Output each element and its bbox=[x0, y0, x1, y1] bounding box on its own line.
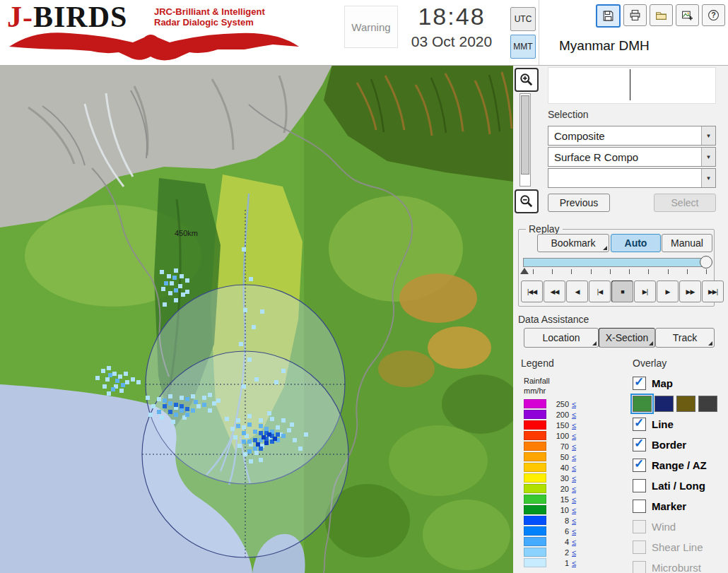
legend-value: 6 bbox=[551, 527, 569, 536]
legend-lte-link[interactable]: ≤ bbox=[572, 516, 576, 525]
border-checkbox[interactable] bbox=[633, 438, 646, 451]
replay-timeline-slider[interactable] bbox=[523, 258, 710, 267]
category-dropdown-value: Composite bbox=[548, 130, 701, 142]
line-checkbox[interactable] bbox=[633, 418, 646, 431]
legend-lte-link[interactable]: ≤ bbox=[572, 442, 576, 451]
skip-to-first-button[interactable]: |◀◀ bbox=[521, 280, 543, 302]
legend-lte-link[interactable]: ≤ bbox=[572, 495, 576, 504]
map-style-navy[interactable] bbox=[654, 396, 674, 412]
legend-lte-link[interactable]: ≤ bbox=[572, 527, 576, 536]
step-forward-button[interactable]: ▶| bbox=[634, 280, 656, 302]
manual-button[interactable]: Manual bbox=[662, 234, 712, 252]
legend-color-swatch bbox=[524, 537, 546, 546]
legend-row: 15≤ bbox=[524, 494, 576, 504]
play-button[interactable]: ▶ bbox=[657, 280, 679, 302]
legend-row: 30≤ bbox=[524, 473, 576, 483]
zoom-out-button[interactable] bbox=[515, 189, 539, 213]
legend-row: 250≤ bbox=[524, 398, 576, 409]
legend-row: 10≤ bbox=[524, 504, 576, 515]
utc-button[interactable]: UTC bbox=[510, 7, 536, 31]
mmt-button[interactable]: MMT bbox=[510, 35, 536, 59]
overlay-item-marker[interactable]: Marker bbox=[633, 496, 724, 516]
chevron-down-icon[interactable]: ▼ bbox=[701, 169, 715, 187]
app-title: J-BIRDS bbox=[7, 0, 127, 34]
auto-button[interactable]: Auto bbox=[611, 234, 661, 252]
location-button[interactable]: Location bbox=[524, 328, 599, 348]
timezone-switch: UTC MMT bbox=[510, 7, 536, 62]
map-style-terrain[interactable] bbox=[633, 396, 652, 412]
legend-value: 250 bbox=[551, 400, 569, 408]
legend-lte-link[interactable]: ≤ bbox=[572, 410, 576, 419]
help-button[interactable]: ? bbox=[702, 4, 725, 26]
legend-color-swatch bbox=[524, 420, 546, 430]
data-assistance-label: Data Assistance bbox=[518, 314, 589, 325]
legend-lte-link[interactable]: ≤ bbox=[572, 538, 576, 546]
fast-rewind-button[interactable]: ◀◀ bbox=[544, 280, 565, 302]
map-checkbox[interactable] bbox=[633, 377, 646, 390]
zoom-slider-thumb[interactable] bbox=[521, 95, 529, 175]
selection-label: Selection bbox=[548, 109, 589, 120]
product-dropdown-value: Surface R Compo bbox=[548, 151, 701, 163]
warning-indicator[interactable]: Warning bbox=[344, 6, 398, 48]
legend-row: 8≤ bbox=[524, 515, 576, 526]
radar-map[interactable]: 450km bbox=[0, 65, 513, 573]
legend-lte-link[interactable]: ≤ bbox=[572, 506, 576, 514]
timeline-start-marker bbox=[520, 268, 529, 274]
legend-color-swatch bbox=[524, 484, 546, 493]
legend-color-swatch bbox=[524, 452, 546, 461]
select-button[interactable]: Select bbox=[654, 194, 716, 212]
map-style-dark[interactable] bbox=[698, 396, 717, 412]
export-image-button[interactable] bbox=[676, 4, 699, 26]
previous-button[interactable]: Previous bbox=[548, 194, 610, 212]
legend-lte-link[interactable]: ≤ bbox=[572, 485, 576, 493]
legend-lte-link[interactable]: ≤ bbox=[572, 453, 576, 461]
track-button[interactable]: Track bbox=[655, 328, 715, 348]
bookmark-button[interactable]: Bookmark bbox=[537, 234, 609, 252]
overlay-item-shear-line: Shear Line bbox=[633, 537, 724, 557]
clock-time: 18:48 bbox=[398, 3, 505, 30]
category-dropdown[interactable]: Composite ▼ bbox=[548, 126, 716, 146]
overlay-item-lati-long[interactable]: Lati / Long bbox=[633, 475, 724, 496]
clock-date: 03 Oct 2020 bbox=[398, 33, 505, 50]
legend-color-swatch bbox=[524, 431, 546, 440]
overlay-item-range-az[interactable]: Range / AZ bbox=[633, 455, 724, 475]
product-dropdown[interactable]: Surface R Compo ▼ bbox=[548, 147, 716, 167]
chevron-down-icon[interactable]: ▼ bbox=[701, 126, 715, 145]
range-az-checkbox[interactable] bbox=[633, 459, 646, 472]
fast-forward-button[interactable]: ▶▶ bbox=[679, 280, 701, 302]
print-button[interactable] bbox=[623, 4, 647, 26]
legend-lte-link[interactable]: ≤ bbox=[572, 400, 576, 408]
zoom-in-button[interactable] bbox=[515, 68, 539, 92]
xsection-button[interactable]: X-Section bbox=[599, 328, 655, 348]
overlay-list: Map Line Border Range / AZ Lati / Long M… bbox=[633, 373, 724, 573]
zoom-slider-track[interactable] bbox=[519, 93, 531, 187]
overlay-item-border[interactable]: Border bbox=[633, 435, 724, 455]
skip-to-last-button[interactable]: ▶▶| bbox=[702, 280, 724, 302]
legend-lte-link[interactable]: ≤ bbox=[572, 548, 576, 557]
stop-button[interactable]: ■ bbox=[611, 280, 633, 302]
legend-color-swatch bbox=[524, 505, 546, 514]
step-back-button[interactable]: |◀ bbox=[589, 280, 611, 302]
marker-checkbox[interactable] bbox=[633, 500, 646, 513]
legend-row: 40≤ bbox=[524, 462, 576, 473]
legend-lte-link[interactable]: ≤ bbox=[572, 463, 576, 472]
open-folder-button[interactable] bbox=[650, 4, 673, 26]
legend-value: 50 bbox=[551, 453, 569, 461]
save-button[interactable] bbox=[596, 4, 621, 28]
legend-lte-link[interactable]: ≤ bbox=[572, 559, 576, 567]
product-list-box[interactable] bbox=[548, 67, 716, 104]
legend-lte-link[interactable]: ≤ bbox=[572, 474, 576, 483]
chevron-down-icon[interactable]: ▼ bbox=[701, 148, 715, 166]
list-divider bbox=[630, 69, 630, 100]
overlay-item-line[interactable]: Line bbox=[633, 414, 724, 435]
timeline-ticks bbox=[533, 269, 707, 274]
legend-color-swatch bbox=[524, 495, 546, 504]
play-backward-button[interactable]: ◀ bbox=[566, 280, 588, 302]
legend-lte-link[interactable]: ≤ bbox=[572, 421, 576, 430]
map-style-olive[interactable] bbox=[676, 396, 695, 412]
option-dropdown[interactable]: ▼ bbox=[548, 168, 716, 188]
lati-long-checkbox[interactable] bbox=[633, 479, 646, 492]
overlay-item-map[interactable]: Map bbox=[633, 373, 724, 394]
legend-lte-link[interactable]: ≤ bbox=[572, 432, 576, 440]
timeline-thumb[interactable] bbox=[700, 256, 712, 268]
